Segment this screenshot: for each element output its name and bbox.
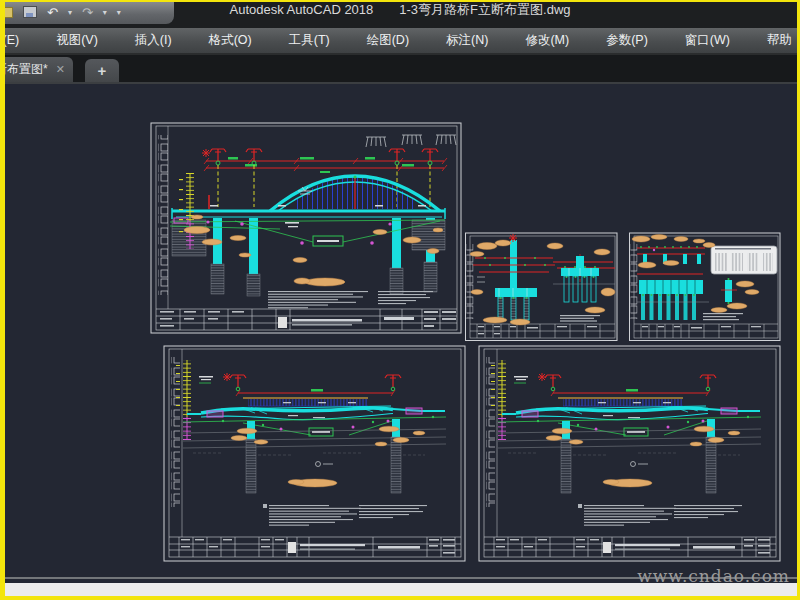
menu-item-format[interactable]: 格式(O)	[207, 30, 254, 51]
close-icon[interactable]: ✕	[56, 63, 65, 76]
redo-icon[interactable]: ↷	[82, 6, 93, 19]
new-tab-button[interactable]: +	[85, 59, 119, 82]
file-name: 1-3弯月路桥F立断布置图.dwg	[399, 2, 570, 17]
drawing-girder-bridge-elevation-right	[479, 346, 780, 561]
drawing-pier-detail	[466, 233, 618, 341]
drawing-canvas[interactable]	[0, 84, 800, 578]
tab-label: 断布置图*	[0, 61, 48, 78]
menu-item-draw[interactable]: 绘图(D)	[365, 30, 411, 51]
dropdown-icon[interactable]: ▾	[117, 8, 121, 17]
watermark: www.cndao.com	[637, 566, 790, 586]
autocad-window: Autodesk AutoCAD 20181-3弯月路桥F立断布置图.dwg ↶…	[0, 0, 800, 600]
quick-access-toolbar: ↶▾ ↷▾ ▾	[0, 0, 174, 24]
tab-drawing[interactable]: 断布置图* ✕	[0, 57, 73, 82]
menu-item-modify[interactable]: 修改(M)	[523, 30, 571, 51]
open-icon[interactable]	[0, 7, 13, 18]
menu-item-window[interactable]: 窗口(W)	[683, 30, 732, 51]
menu-item-parametric[interactable]: 参数(P)	[604, 30, 650, 51]
save-icon[interactable]	[23, 6, 37, 18]
menu-item-edit[interactable]: 辑(E)	[0, 30, 21, 51]
drawing-pile-foundation-detail	[630, 233, 781, 341]
redo-dropdown-icon[interactable]: ▾	[103, 8, 107, 17]
plus-icon: +	[98, 62, 107, 79]
title-bar: Autodesk AutoCAD 20181-3弯月路桥F立断布置图.dwg ↶…	[0, 0, 800, 28]
menu-item-insert[interactable]: 插入(I)	[133, 30, 174, 51]
menu-item-tools[interactable]: 工具(T)	[287, 30, 332, 51]
undo-icon[interactable]: ↶	[47, 6, 58, 19]
file-tab-bar: 断布置图* ✕ +	[0, 55, 800, 84]
app-title: Autodesk AutoCAD 2018	[229, 2, 373, 17]
undo-dropdown-icon[interactable]: ▾	[68, 8, 72, 17]
menu-item-view[interactable]: 视图(V)	[54, 30, 100, 51]
drawing-girder-bridge-elevation	[164, 346, 465, 561]
canvas-graphics	[0, 84, 800, 578]
drawing-arch-bridge-elevation	[151, 123, 461, 333]
menu-bar: 辑(E) 视图(V) 插入(I) 格式(O) 工具(T) 绘图(D) 标注(N)…	[0, 28, 800, 55]
menu-item-dimension[interactable]: 标注(N)	[444, 30, 490, 51]
menu-item-help[interactable]: 帮助	[765, 30, 794, 51]
